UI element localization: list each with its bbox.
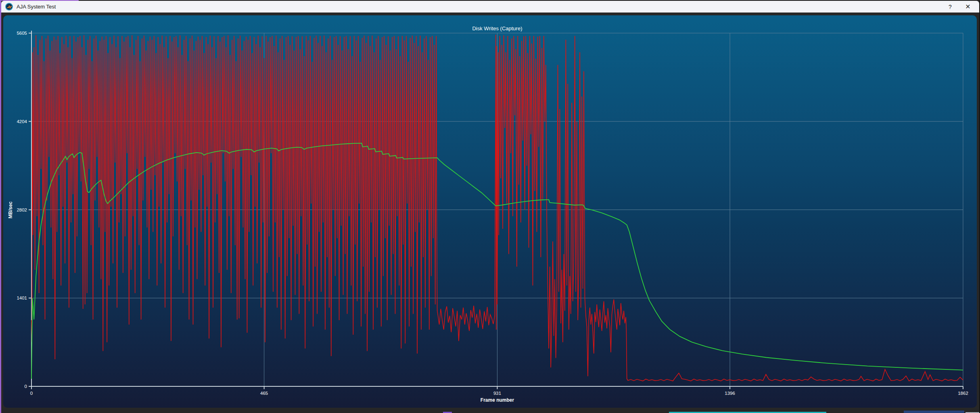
disk-writes-chart: 01401280242045605046593113961862Disk Wri… [3, 15, 977, 408]
svg-text:931: 931 [493, 391, 501, 396]
y-axis-label: MB/sec [8, 201, 13, 218]
svg-text:5605: 5605 [17, 31, 27, 36]
window-edge-accent [0, 0, 1, 413]
chart-panel: 01401280242045605046593113961862Disk Wri… [3, 15, 977, 408]
app-window: AJA System Test ? ✕ 01401280242045605046… [0, 0, 980, 413]
x-axis-label: Frame number [481, 397, 514, 403]
svg-text:465: 465 [260, 391, 268, 396]
app-icon [5, 3, 13, 10]
svg-text:1396: 1396 [725, 391, 735, 396]
window-edge-top-accent [0, 0, 79, 1]
svg-text:2802: 2802 [17, 208, 27, 212]
svg-text:1862: 1862 [958, 391, 968, 396]
svg-text:4204: 4204 [17, 119, 27, 124]
svg-text:1401: 1401 [17, 296, 27, 300]
close-button[interactable]: ✕ [959, 1, 977, 13]
titlebar-buttons: ? ✕ [941, 1, 979, 13]
tick-labels: 01401280242045605046593113961862 [17, 31, 968, 396]
svg-text:0: 0 [30, 391, 33, 396]
chart-title: Disk Writes (Capture) [472, 25, 522, 31]
window-edge-top [79, 0, 980, 1]
window-title: AJA System Test [17, 4, 56, 10]
svg-text:0: 0 [25, 384, 27, 389]
title-bar[interactable]: AJA System Test ? ✕ [1, 1, 979, 13]
window-bottom-strip [1, 409, 979, 413]
bottom-accent-steel [904, 411, 964, 413]
help-button[interactable]: ? [941, 1, 959, 13]
